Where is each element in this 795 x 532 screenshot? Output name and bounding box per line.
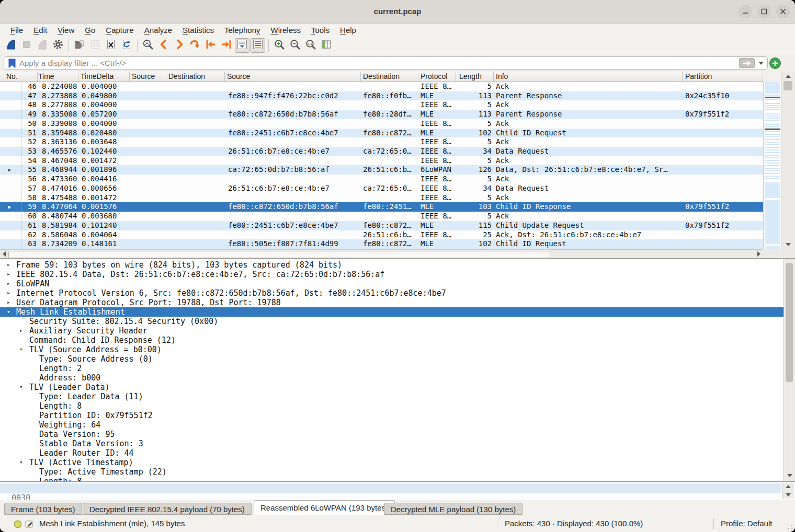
resize-grip[interactable]: [788, 525, 793, 530]
display-filter-field[interactable]: [4, 56, 768, 70]
detail-line[interactable]: Type: Active Timestamp (22): [0, 467, 783, 477]
titlebar[interactable]: current.pcap: [0, 0, 795, 24]
go-first-packet-button[interactable]: [203, 38, 218, 53]
detail-line[interactable]: ▾TLV (Leader Data): [0, 383, 783, 392]
save-file-button[interactable]: [88, 38, 103, 53]
tab-decrypted-mle-payload-130-bytes-[interactable]: Decrypted MLE payload (130 bytes): [384, 503, 523, 515]
auto-scroll-button[interactable]: [235, 38, 249, 53]
expanded-arrow-icon[interactable]: ▾: [19, 383, 23, 392]
stop-capture-button[interactable]: [19, 38, 34, 53]
scroll-left-icon[interactable]: [3, 251, 6, 257]
packet-list-hscrollbar[interactable]: [0, 249, 763, 258]
resize-columns-button[interactable]: [319, 38, 334, 53]
packet-row[interactable]: 478.2738080.049800fe80::947f:f476:22bc:c…: [0, 91, 763, 101]
detail-line[interactable]: Type: Source Address (0): [0, 354, 783, 364]
detail-line[interactable]: Length: 8: [0, 401, 783, 411]
detail-line[interactable]: Type: Leader Data (11): [0, 392, 783, 401]
restart-capture-button[interactable]: [35, 38, 50, 53]
collapsed-arrow-icon[interactable]: ▸: [7, 270, 10, 279]
status-profile[interactable]: Profile: Default: [721, 515, 772, 532]
collapsed-arrow-icon[interactable]: ▸: [7, 260, 10, 270]
packet-row[interactable]: 568.4733600.004416IEEE 8…5Ack: [0, 175, 763, 184]
detail-line[interactable]: Weighting: 64: [0, 420, 783, 430]
menu-tools[interactable]: Tools: [306, 24, 335, 37]
detail-line[interactable]: ▸6LoWPAN: [0, 279, 783, 288]
maximize-button[interactable]: [757, 5, 771, 18]
packet-row[interactable]: 638.7342090.148161fe80::505e:f807:7f81:4…: [0, 239, 763, 249]
column-header-time[interactable]: Time: [38, 72, 78, 82]
menu-edit[interactable]: Edit: [28, 24, 52, 37]
detail-line[interactable]: Command: Child ID Response (12): [0, 336, 783, 345]
collapsed-arrow-icon[interactable]: ▸: [7, 288, 10, 298]
details-scroll-down-icon[interactable]: [787, 474, 792, 477]
go-last-packet-button[interactable]: [219, 38, 234, 53]
go-to-packet-button[interactable]: [188, 38, 202, 53]
detail-line[interactable]: ▸Internet Protocol Version 6, Src: fe80:…: [0, 288, 783, 298]
detail-line[interactable]: Address: b000: [0, 373, 783, 383]
colorize-packets-button[interactable]: [251, 38, 265, 53]
menu-statistics[interactable]: Statistics: [177, 24, 219, 37]
detail-line[interactable]: ▸Frame 59: 103 bytes on wire (824 bits),…: [0, 260, 783, 270]
expert-info-icon[interactable]: [14, 520, 22, 528]
details-scroll-thumb[interactable]: [786, 263, 793, 382]
packet-row[interactable]: 518.3594880.020480fe80::2451:c6b7:e8ce:4…: [0, 129, 763, 138]
menu-go[interactable]: Go: [80, 24, 100, 37]
packet-list-vscrollbar[interactable]: [781, 72, 795, 249]
close-button[interactable]: [776, 5, 790, 18]
column-header-info[interactable]: Info: [494, 72, 683, 82]
detail-line[interactable]: ▸IEEE 802.15.4 Data, Dst: 26:51:c6:b7:e8…: [0, 270, 783, 279]
column-header-proto[interactable]: Protocol: [418, 72, 456, 82]
column-header-no[interactable]: No.: [0, 72, 38, 82]
menu-wireless[interactable]: Wireless: [266, 24, 306, 37]
close-file-button[interactable]: [104, 38, 118, 53]
detail-line[interactable]: ▸Auxiliary Security Header: [0, 326, 783, 336]
detail-line[interactable]: Security Suite: 802.15.4 Security (0x00): [0, 317, 783, 326]
detail-line[interactable]: Length: 8: [0, 477, 783, 481]
detail-line[interactable]: ▾Mesh Link Establishment: [0, 307, 783, 317]
column-header-dst[interactable]: Destination: [166, 72, 225, 82]
menu-capture[interactable]: Capture: [100, 24, 139, 37]
column-header-src2[interactable]: Source: [225, 72, 361, 82]
menu-help[interactable]: Help: [335, 24, 361, 37]
detail-line[interactable]: Partition ID: 0x79f551f2: [0, 411, 783, 420]
scroll-down-icon[interactable]: [786, 243, 791, 246]
vscroll-thumb[interactable]: [783, 81, 792, 90]
collapsed-arrow-icon[interactable]: ▸: [19, 326, 23, 336]
zoom-out-button[interactable]: [288, 38, 302, 53]
add-filter-button[interactable]: [769, 57, 781, 69]
detail-line[interactable]: Stable Data Version: 3: [0, 439, 783, 448]
packet-row[interactable]: 588.4754880.001472IEEE 8…5Ack: [0, 193, 763, 203]
menu-telephony[interactable]: Telephony: [219, 24, 265, 37]
collapsed-arrow-icon[interactable]: ▸: [7, 298, 10, 307]
open-file-button[interactable]: [72, 38, 87, 53]
hex-row[interactable]: 0030 00 15 0d 00 00 00 00 00 00 00 01 75…: [0, 483, 781, 493]
go-back-button[interactable]: [156, 38, 171, 53]
display-filter-input[interactable]: [17, 59, 739, 67]
packet-row[interactable]: 618.5819840.101240fe80::2451:c6b7:e8ce:4…: [0, 221, 763, 230]
packet-row[interactable]: 488.2778080.004000IEEE 8…5Ack: [0, 100, 763, 110]
start-capture-button[interactable]: [4, 38, 18, 53]
reload-file-button[interactable]: [119, 38, 134, 53]
menu-analyze[interactable]: Analyze: [139, 24, 177, 37]
scroll-up-icon[interactable]: [786, 75, 791, 78]
hscroll-thumb[interactable]: [8, 251, 550, 258]
scroll-right-icon[interactable]: [757, 251, 760, 257]
expanded-arrow-icon[interactable]: ▾: [19, 458, 23, 467]
packet-row[interactable]: 578.4740160.00065626:51:c6:b7:e8:ce:4b:e…: [0, 184, 763, 193]
column-header-src[interactable]: Source: [130, 72, 166, 82]
capture-comment-icon[interactable]: [25, 519, 34, 528]
expanded-arrow-icon[interactable]: ▾: [7, 307, 10, 317]
collapsed-arrow-icon[interactable]: ▸: [7, 279, 10, 288]
filter-dropdown-caret[interactable]: [757, 57, 765, 69]
details-vscrollbar[interactable]: [783, 258, 795, 481]
packet-row[interactable]: 528.3631360.003648IEEE 8…5Ack: [0, 137, 763, 147]
detail-line[interactable]: ▾TLV (Source Address = b0:00): [0, 345, 783, 354]
packet-row[interactable]: 598.4770640.001576fe80::c872:650d:b7b8:5…: [0, 202, 763, 212]
expanded-arrow-icon[interactable]: ▾: [19, 345, 23, 354]
bytes-scroll-down-icon[interactable]: [786, 493, 791, 496]
detail-line[interactable]: ▾TLV (Active Timestamp): [0, 458, 783, 467]
tab-frame-103-bytes-[interactable]: Frame (103 bytes): [4, 503, 82, 515]
packet-row[interactable]: 628.5860480.00406426:51:c6:b…IEEE 8…25Ac…: [0, 230, 763, 240]
filter-bookmark-icon[interactable]: [7, 57, 17, 69]
detail-line[interactable]: Data Version: 95: [0, 430, 783, 439]
